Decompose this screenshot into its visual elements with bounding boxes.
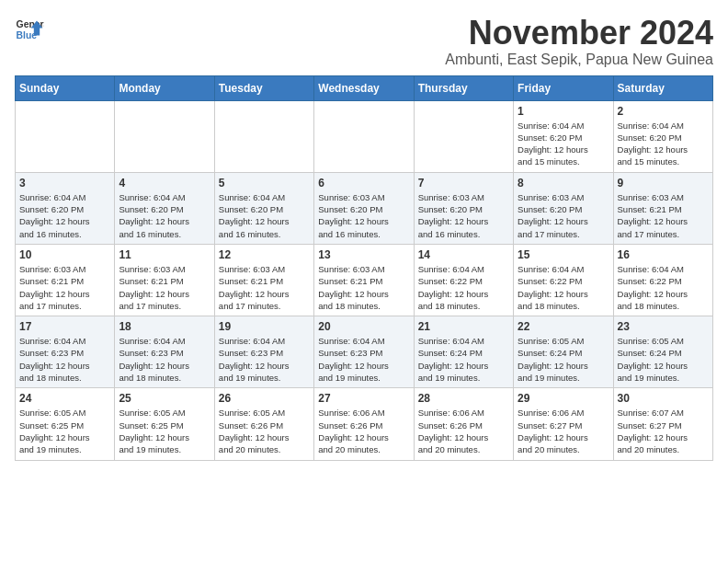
day-number: 26 <box>219 392 310 405</box>
day-info: Sunrise: 6:04 AM Sunset: 6:23 PM Dayligh… <box>219 335 310 384</box>
day-number: 10 <box>19 248 110 261</box>
day-number: 28 <box>418 392 509 405</box>
day-cell: 26Sunrise: 6:05 AM Sunset: 6:26 PM Dayli… <box>214 388 313 460</box>
day-cell: 3Sunrise: 6:04 AM Sunset: 6:20 PM Daylig… <box>16 172 115 244</box>
day-info: Sunrise: 6:03 AM Sunset: 6:21 PM Dayligh… <box>119 263 210 312</box>
day-cell <box>414 100 513 172</box>
logo: General Blue <box>15 15 44 44</box>
day-cell: 10Sunrise: 6:03 AM Sunset: 6:21 PM Dayli… <box>16 244 115 316</box>
day-number: 19 <box>219 320 310 333</box>
day-cell: 30Sunrise: 6:07 AM Sunset: 6:27 PM Dayli… <box>613 388 712 460</box>
day-cell: 17Sunrise: 6:04 AM Sunset: 6:23 PM Dayli… <box>16 316 115 388</box>
day-number: 3 <box>19 177 110 190</box>
header-cell-sunday: Sunday <box>16 75 115 100</box>
day-number: 23 <box>618 320 709 333</box>
day-number: 15 <box>518 248 609 261</box>
location-title: Ambunti, East Sepik, Papua New Guinea <box>445 52 713 68</box>
day-cell: 18Sunrise: 6:04 AM Sunset: 6:23 PM Dayli… <box>115 316 214 388</box>
day-number: 16 <box>618 248 709 261</box>
day-info: Sunrise: 6:03 AM Sunset: 6:21 PM Dayligh… <box>318 263 409 312</box>
day-cell: 9Sunrise: 6:03 AM Sunset: 6:21 PM Daylig… <box>613 172 712 244</box>
day-cell: 7Sunrise: 6:03 AM Sunset: 6:20 PM Daylig… <box>414 172 513 244</box>
day-cell: 2Sunrise: 6:04 AM Sunset: 6:20 PM Daylig… <box>613 100 712 172</box>
week-row-0: 1Sunrise: 6:04 AM Sunset: 6:20 PM Daylig… <box>16 100 713 172</box>
day-cell <box>214 100 313 172</box>
day-number: 4 <box>119 177 210 190</box>
day-number: 25 <box>119 392 210 405</box>
calendar: SundayMondayTuesdayWednesdayThursdayFrid… <box>15 75 713 461</box>
day-number: 6 <box>318 177 409 190</box>
day-cell <box>115 100 214 172</box>
day-cell: 1Sunrise: 6:04 AM Sunset: 6:20 PM Daylig… <box>514 100 613 172</box>
header-cell-thursday: Thursday <box>414 75 513 100</box>
day-info: Sunrise: 6:03 AM Sunset: 6:20 PM Dayligh… <box>518 191 609 240</box>
day-cell <box>16 100 115 172</box>
day-number: 22 <box>518 320 609 333</box>
day-number: 20 <box>318 320 409 333</box>
day-number: 27 <box>318 392 409 405</box>
day-cell: 25Sunrise: 6:05 AM Sunset: 6:25 PM Dayli… <box>115 388 214 460</box>
week-row-4: 24Sunrise: 6:05 AM Sunset: 6:25 PM Dayli… <box>16 388 713 460</box>
day-cell: 4Sunrise: 6:04 AM Sunset: 6:20 PM Daylig… <box>115 172 214 244</box>
day-info: Sunrise: 6:04 AM Sunset: 6:23 PM Dayligh… <box>119 335 210 384</box>
day-info: Sunrise: 6:04 AM Sunset: 6:20 PM Dayligh… <box>19 191 110 240</box>
day-info: Sunrise: 6:04 AM Sunset: 6:23 PM Dayligh… <box>318 335 409 384</box>
header-row: SundayMondayTuesdayWednesdayThursdayFrid… <box>16 75 713 100</box>
day-cell: 13Sunrise: 6:03 AM Sunset: 6:21 PM Dayli… <box>314 244 414 316</box>
day-cell <box>314 100 414 172</box>
day-cell: 16Sunrise: 6:04 AM Sunset: 6:22 PM Dayli… <box>613 244 712 316</box>
day-number: 17 <box>19 320 110 333</box>
day-number: 30 <box>618 392 709 405</box>
header-cell-friday: Friday <box>514 75 613 100</box>
day-info: Sunrise: 6:03 AM Sunset: 6:20 PM Dayligh… <box>418 191 509 240</box>
day-info: Sunrise: 6:05 AM Sunset: 6:24 PM Dayligh… <box>518 335 609 384</box>
title-section: November 2024 Ambunti, East Sepik, Papua… <box>445 15 713 68</box>
day-number: 13 <box>318 248 409 261</box>
day-cell: 22Sunrise: 6:05 AM Sunset: 6:24 PM Dayli… <box>514 316 613 388</box>
header-cell-saturday: Saturday <box>613 75 712 100</box>
header-cell-tuesday: Tuesday <box>214 75 313 100</box>
day-info: Sunrise: 6:04 AM Sunset: 6:20 PM Dayligh… <box>518 120 609 168</box>
day-cell: 23Sunrise: 6:05 AM Sunset: 6:24 PM Dayli… <box>613 316 712 388</box>
day-cell: 21Sunrise: 6:04 AM Sunset: 6:24 PM Dayli… <box>414 316 513 388</box>
day-info: Sunrise: 6:04 AM Sunset: 6:23 PM Dayligh… <box>19 335 110 384</box>
day-cell: 11Sunrise: 6:03 AM Sunset: 6:21 PM Dayli… <box>115 244 214 316</box>
calendar-body: 1Sunrise: 6:04 AM Sunset: 6:20 PM Daylig… <box>16 100 713 460</box>
header-cell-wednesday: Wednesday <box>314 75 414 100</box>
logo-icon: General Blue <box>15 15 44 44</box>
month-title: November 2024 <box>445 15 713 52</box>
day-info: Sunrise: 6:05 AM Sunset: 6:26 PM Dayligh… <box>219 407 310 455</box>
week-row-3: 17Sunrise: 6:04 AM Sunset: 6:23 PM Dayli… <box>16 316 713 388</box>
day-number: 11 <box>119 248 210 261</box>
day-info: Sunrise: 6:03 AM Sunset: 6:20 PM Dayligh… <box>318 191 409 240</box>
day-number: 21 <box>418 320 509 333</box>
day-cell: 27Sunrise: 6:06 AM Sunset: 6:26 PM Dayli… <box>314 388 414 460</box>
day-cell: 14Sunrise: 6:04 AM Sunset: 6:22 PM Dayli… <box>414 244 513 316</box>
day-cell: 8Sunrise: 6:03 AM Sunset: 6:20 PM Daylig… <box>514 172 613 244</box>
day-number: 2 <box>618 105 709 118</box>
day-number: 7 <box>418 177 509 190</box>
day-cell: 28Sunrise: 6:06 AM Sunset: 6:26 PM Dayli… <box>414 388 513 460</box>
day-number: 9 <box>618 177 709 190</box>
day-cell: 12Sunrise: 6:03 AM Sunset: 6:21 PM Dayli… <box>214 244 313 316</box>
header-cell-monday: Monday <box>115 75 214 100</box>
day-number: 18 <box>119 320 210 333</box>
day-info: Sunrise: 6:06 AM Sunset: 6:26 PM Dayligh… <box>418 407 509 455</box>
calendar-header: SundayMondayTuesdayWednesdayThursdayFrid… <box>16 75 713 100</box>
header: General Blue November 2024 Ambunti, East… <box>15 15 713 68</box>
day-number: 12 <box>219 248 310 261</box>
day-info: Sunrise: 6:07 AM Sunset: 6:27 PM Dayligh… <box>618 407 709 455</box>
day-cell: 15Sunrise: 6:04 AM Sunset: 6:22 PM Dayli… <box>514 244 613 316</box>
day-info: Sunrise: 6:04 AM Sunset: 6:22 PM Dayligh… <box>418 263 509 312</box>
day-number: 1 <box>518 105 609 118</box>
day-cell: 20Sunrise: 6:04 AM Sunset: 6:23 PM Dayli… <box>314 316 414 388</box>
day-cell: 19Sunrise: 6:04 AM Sunset: 6:23 PM Dayli… <box>214 316 313 388</box>
day-info: Sunrise: 6:06 AM Sunset: 6:26 PM Dayligh… <box>318 407 409 455</box>
day-info: Sunrise: 6:03 AM Sunset: 6:21 PM Dayligh… <box>219 263 310 312</box>
day-info: Sunrise: 6:05 AM Sunset: 6:25 PM Dayligh… <box>119 407 210 455</box>
day-cell: 5Sunrise: 6:04 AM Sunset: 6:20 PM Daylig… <box>214 172 313 244</box>
day-cell: 29Sunrise: 6:06 AM Sunset: 6:27 PM Dayli… <box>514 388 613 460</box>
day-info: Sunrise: 6:04 AM Sunset: 6:24 PM Dayligh… <box>418 335 509 384</box>
day-cell: 24Sunrise: 6:05 AM Sunset: 6:25 PM Dayli… <box>16 388 115 460</box>
day-info: Sunrise: 6:04 AM Sunset: 6:20 PM Dayligh… <box>618 120 709 168</box>
